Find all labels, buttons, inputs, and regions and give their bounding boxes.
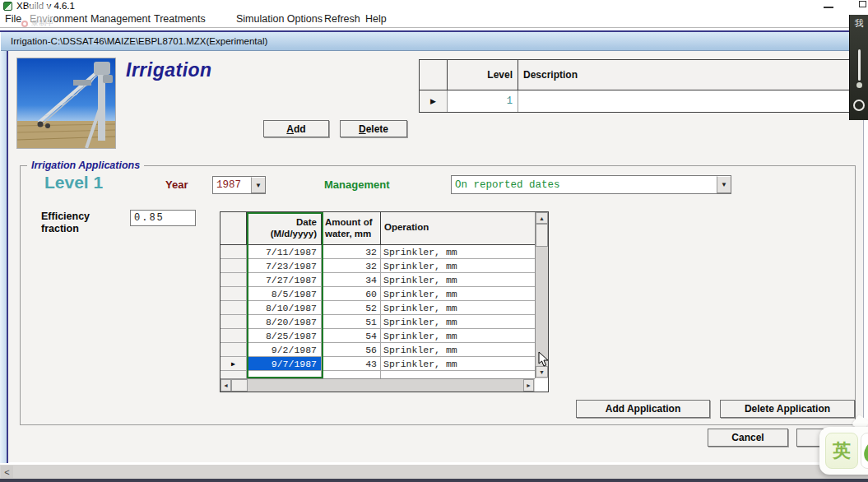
recorder-panel-label: 我: [850, 17, 868, 30]
menu-refresh[interactable]: Refresh: [324, 13, 360, 25]
document-frame-left: [0, 51, 7, 463]
level-cell[interactable]: 1: [448, 90, 518, 112]
record-dot-icon: [21, 21, 28, 27]
microphone-icon[interactable]: [853, 100, 865, 111]
chevron-down-icon[interactable]: ▼: [717, 176, 731, 193]
operation-column-header: Operation: [381, 212, 535, 244]
scroll-left-icon[interactable]: <: [1, 466, 13, 478]
ime-language-badge[interactable]: 英: [825, 433, 858, 469]
menu-management[interactable]: Management: [91, 13, 151, 25]
table-row-selected[interactable]: ▶ 9/7/1987 43 Sprinkler, mm: [220, 357, 535, 371]
scroll-down-icon[interactable]: ▼: [536, 366, 548, 378]
groupbox-title: Irrigation Applications: [27, 160, 144, 171]
level-table-row[interactable]: ▶ 1: [420, 90, 863, 112]
app-icon: [3, 2, 12, 11]
recorder-side-panel[interactable]: 我: [849, 15, 868, 120]
level-table-header: Level Description: [420, 60, 863, 90]
description-column-header: Description: [518, 60, 863, 90]
management-dropdown[interactable]: On reported dates ▼: [451, 175, 731, 194]
menu-treatments[interactable]: Treatments: [154, 13, 206, 25]
menu-separator: [0, 27, 868, 28]
management-label: Management: [324, 178, 389, 191]
scroll-right-icon[interactable]: ►: [523, 379, 534, 392]
amount-column-header: Amount ofwater, mm: [322, 212, 381, 244]
row-selector-icon[interactable]: ▶: [220, 357, 247, 370]
table-row[interactable]: 7/11/1987 32 Sprinkler, mm: [220, 245, 535, 259]
window-bottom-edge: [0, 479, 868, 482]
table-row[interactable]: 7/27/1987 34 Sprinkler, mm: [220, 273, 535, 287]
table-row[interactable]: 8/10/1987 52 Sprinkler, mm: [220, 301, 535, 315]
delete-button[interactable]: Delete: [340, 120, 407, 137]
level-1-label: Level 1: [44, 173, 103, 192]
year-value: 1987: [213, 177, 251, 193]
table-row[interactable]: 9/2/1987 56 Sprinkler, mm: [220, 343, 535, 357]
table-row[interactable]: 8/25/1987 54 Sprinkler, mm: [220, 329, 535, 343]
management-value: On reported dates: [452, 176, 717, 193]
year-dropdown[interactable]: 1987 ▼: [212, 176, 266, 194]
scroll-left-icon[interactable]: ◄: [220, 379, 231, 392]
page-title: Irrigation: [126, 59, 212, 81]
irrigation-photo: [16, 58, 116, 149]
vertical-scroll-thumb[interactable]: [536, 224, 548, 247]
slider-knob[interactable]: [856, 82, 862, 88]
window-horizontal-scrollbar[interactable]: [0, 465, 868, 479]
recording-watermark: 录制中: [21, 18, 53, 29]
menu-help[interactable]: Help: [365, 13, 387, 25]
menu-simulation-options[interactable]: Simulation Options: [236, 13, 323, 25]
description-cell[interactable]: [518, 90, 863, 112]
horizontal-scrollbar[interactable]: ◄ ►: [220, 378, 535, 392]
horizontal-scroll-thumb[interactable]: [231, 379, 248, 392]
header-selector: [220, 212, 247, 244]
menubar: File Environment Management Treatments S…: [0, 12, 868, 27]
applications-table: Date(M/d/yyyy) Amount ofwater, mm Operat…: [220, 211, 549, 392]
table-row[interactable]: 7/23/1987 32 Sprinkler, mm: [220, 259, 535, 273]
add-button[interactable]: Add: [263, 120, 329, 137]
document-title: Irrigation-C:\DSSAT46\MAIZE\EBPL8701.MZX…: [11, 36, 267, 46]
table-row[interactable]: 8/5/1987 60 Sprinkler, mm: [220, 287, 535, 301]
delete-application-button[interactable]: Delete Application: [720, 400, 855, 418]
level-header-selector: [420, 60, 448, 90]
volume-slider[interactable]: [858, 49, 861, 81]
year-label: Year: [165, 178, 188, 191]
scroll-up-icon[interactable]: ▲: [536, 212, 548, 224]
add-application-button[interactable]: Add Application: [576, 400, 710, 418]
ime-app-icon[interactable]: [861, 433, 868, 469]
leaf-icon: [861, 438, 868, 465]
level-column-header: Level: [448, 60, 518, 90]
window-titlebar: XBuild v 4.6.1: [0, 0, 868, 12]
menu-file[interactable]: File: [5, 13, 21, 25]
chevron-down-icon[interactable]: ▼: [251, 177, 265, 193]
document-titlebar: Irrigation-C:\DSSAT46\MAIZE\EBPL8701.MZX…: [1, 32, 866, 51]
minimize-icon[interactable]: [824, 7, 833, 8]
restore-icon[interactable]: [859, 1, 866, 7]
selected-date-cell[interactable]: 9/7/1987: [247, 357, 322, 370]
row-selector-icon[interactable]: ▶: [420, 90, 448, 112]
table-row[interactable]: 8/20/1987 51 Sprinkler, mm: [220, 315, 535, 329]
efficiency-fraction-label: Efficiency fraction: [41, 211, 117, 235]
date-column-header: Date(M/d/yyyy): [247, 212, 322, 244]
cancel-button[interactable]: Cancel: [708, 429, 788, 447]
mouse-cursor: [537, 351, 550, 368]
efficiency-fraction-input[interactable]: 0.85: [130, 210, 196, 226]
level-table: Level Description ▶ 1: [419, 59, 864, 113]
ime-indicator-bubble[interactable]: 英: [819, 427, 868, 475]
applications-table-header: Date(M/d/yyyy) Amount ofwater, mm Operat…: [220, 212, 535, 245]
table-row-empty[interactable]: [220, 371, 535, 378]
